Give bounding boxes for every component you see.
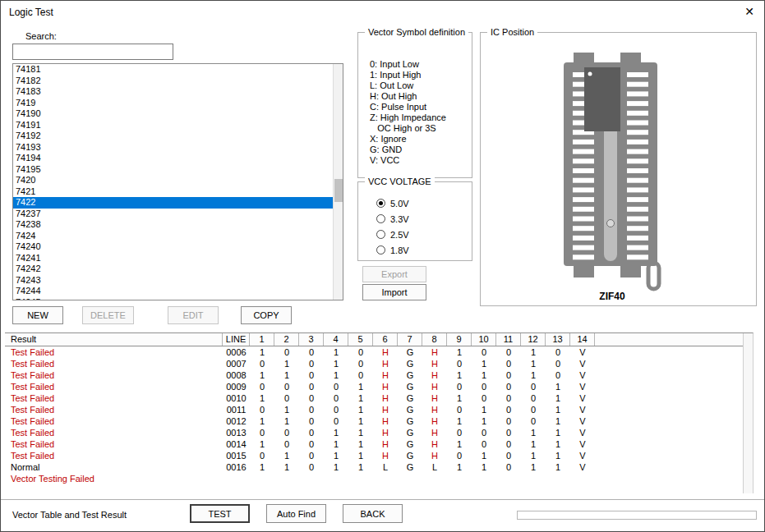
table-scrollbar[interactable] (743, 333, 753, 493)
table-row[interactable]: Test Failed 0015 0 1 0 1 1 H G H 0 1 0 1… (5, 450, 753, 461)
list-item[interactable]: 7424 (13, 231, 333, 242)
vcc-radio-option[interactable]: 3.3V (376, 211, 472, 227)
list-item[interactable]: 7419 (13, 98, 333, 109)
list-item[interactable]: 74245 (13, 297, 333, 301)
test-button[interactable]: TEST (190, 504, 250, 523)
pin-cell (373, 473, 398, 484)
table-row[interactable]: Test Failed 0008 1 1 0 1 0 H G H 1 1 0 1… (5, 369, 753, 381)
pin-cell: 1 (521, 369, 546, 381)
table-row[interactable]: Test Failed 0012 1 1 0 0 1 H G H 1 1 0 0… (5, 415, 753, 427)
pin-cell: 1 (472, 415, 496, 427)
pin-cell: H (373, 450, 398, 461)
vcc-radio-option[interactable]: 2.5V (376, 227, 472, 242)
column-header[interactable]: Result (5, 333, 223, 346)
result-cell: Test Failed (5, 346, 223, 358)
column-header[interactable]: 8 (422, 333, 447, 346)
import-button[interactable]: Import (362, 284, 426, 300)
list-item[interactable]: 74193 (13, 142, 333, 154)
column-header[interactable]: 10 (472, 333, 496, 346)
list-item[interactable]: 74194 (13, 153, 333, 164)
pin-cell (570, 473, 595, 484)
pin-cell: 1 (447, 346, 472, 358)
list-item[interactable]: 74240 (13, 241, 333, 253)
result-cell: Test Failed (5, 427, 223, 438)
pin-cell: H (373, 392, 398, 404)
pin-cell: 0 (496, 450, 521, 461)
scrollbar-thumb[interactable] (334, 179, 343, 202)
list-item[interactable]: 74190 (13, 108, 333, 120)
pin-cell: 1 (472, 461, 496, 473)
list-item[interactable]: 74195 (13, 164, 333, 176)
vcc-radio-option[interactable]: 5.0V (376, 195, 472, 211)
list-item[interactable]: 74237 (13, 209, 333, 220)
search-input[interactable] (12, 44, 173, 60)
column-header[interactable]: 5 (348, 333, 373, 346)
list-item[interactable]: 74181 (13, 64, 333, 76)
table-row[interactable]: Test Failed 0007 0 1 0 1 0 H G H 0 1 0 1… (5, 358, 753, 369)
list-item[interactable]: 7422 (13, 197, 333, 209)
column-header[interactable]: 12 (521, 333, 546, 346)
table-row[interactable]: Test Failed 0009 0 0 0 0 1 H G H 0 0 0 0… (5, 381, 753, 392)
line-cell (223, 473, 250, 484)
list-item[interactable]: 74241 (13, 253, 333, 264)
pin-cell: 1 (348, 381, 373, 392)
column-header[interactable]: LINE (223, 333, 250, 346)
pin-cell: 0 (299, 358, 324, 369)
result-cell: Test Failed (5, 415, 223, 427)
list-item[interactable]: 74192 (13, 131, 333, 142)
auto-find-button[interactable]: Auto Find (266, 504, 326, 523)
list-item[interactable]: 74183 (13, 86, 333, 98)
column-header[interactable]: 11 (496, 333, 521, 346)
column-header[interactable]: 4 (324, 333, 348, 346)
line-cell: 0010 (223, 392, 250, 404)
result-cell: Test Failed (5, 358, 223, 369)
vcc-radio-option[interactable]: 1.8V (376, 242, 472, 258)
close-icon[interactable]: ✕ (741, 5, 758, 18)
pin-cell (324, 473, 348, 484)
table-row[interactable]: Test Failed 0011 0 1 0 0 1 H G H 0 1 0 0… (5, 404, 753, 415)
column-header[interactable]: 9 (447, 333, 472, 346)
export-button[interactable]: Export (362, 266, 426, 282)
pin-cell: H (422, 427, 447, 438)
list-item[interactable]: 7421 (13, 186, 333, 198)
pin-cell (274, 473, 299, 484)
table-row[interactable]: Test Failed 0010 1 0 0 0 1 H G H 1 0 0 0… (5, 392, 753, 404)
pin-cell: H (373, 404, 398, 415)
column-header[interactable]: 14 (570, 333, 595, 346)
part-listbox[interactable]: 74181 74182 74183 7419 74190 74191 74192… (12, 63, 343, 300)
pin-cell: 1 (250, 415, 274, 427)
line-cell: 0012 (223, 415, 250, 427)
list-item[interactable]: 7420 (13, 175, 333, 186)
column-header[interactable]: 3 (299, 333, 324, 346)
pin-cell: G (398, 358, 422, 369)
line-cell: 0013 (223, 427, 250, 438)
pin-cell: 0 (299, 381, 324, 392)
pin-cell: 1 (472, 369, 496, 381)
list-item[interactable]: 74243 (13, 275, 333, 287)
table-row[interactable]: Normal 0016 1 1 0 1 1 L G L 1 1 0 1 1 V (5, 461, 753, 473)
pin-cell: H (422, 381, 447, 392)
pin-cell: 0 (324, 404, 348, 415)
list-item[interactable]: 74182 (13, 76, 333, 87)
new-button[interactable]: NEW (12, 306, 63, 324)
table-row[interactable]: Test Failed 0013 0 0 0 1 1 H G H 0 0 0 1… (5, 427, 753, 438)
copy-button[interactable]: COPY (241, 306, 292, 324)
delete-button[interactable]: DELETE (82, 306, 134, 324)
pin-cell: 0 (521, 392, 546, 404)
edit-button[interactable]: EDIT (168, 306, 219, 324)
list-scrollbar[interactable] (333, 64, 343, 300)
list-item[interactable]: 74191 (13, 120, 333, 131)
list-item[interactable]: 74242 (13, 264, 333, 275)
column-header[interactable]: 7 (398, 333, 422, 346)
back-button[interactable]: BACK (343, 504, 403, 523)
column-header[interactable]: 2 (274, 333, 299, 346)
column-header[interactable]: 13 (546, 333, 570, 346)
table-header[interactable]: Result LINE 1 2 3 4 5 6 7 8 9 10 (5, 333, 753, 346)
column-header[interactable]: 1 (250, 333, 274, 346)
list-item[interactable]: 74238 (13, 219, 333, 231)
list-item[interactable]: 74244 (13, 286, 333, 297)
table-row[interactable]: Vector Testing Failed (5, 473, 753, 484)
column-header[interactable]: 6 (373, 333, 398, 346)
table-row[interactable]: Test Failed 0006 1 0 0 1 0 H G H 1 0 0 1… (5, 346, 753, 358)
table-row[interactable]: Test Failed 0014 1 0 0 1 1 H G H 1 0 0 1… (5, 438, 753, 450)
